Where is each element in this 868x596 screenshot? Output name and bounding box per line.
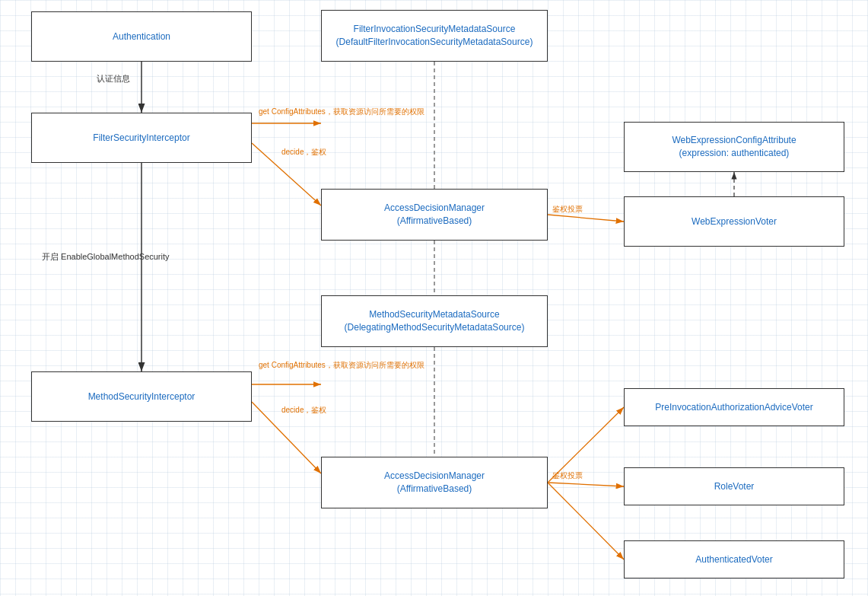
box-authentication-title: Authentication: [113, 30, 170, 43]
box-pre-invocation-voter: PreInvocationAuthorizationAdviceVoter: [624, 388, 844, 426]
box-web-expression-config-attribute: WebExpressionConfigAttribute(expression:…: [624, 122, 844, 172]
box-method-security-interceptor-title: MethodSecurityInterceptor: [88, 390, 196, 403]
box-web-expression-voter: WebExpressionVoter: [624, 196, 844, 247]
box-authenticated-voter-title: AuthenticatedVoter: [695, 553, 772, 566]
box-role-voter-title: RoleVoter: [714, 480, 755, 493]
box-method-security-interceptor: MethodSecurityInterceptor: [31, 371, 252, 422]
label-decide-1: decide，鉴权: [281, 147, 326, 158]
box-filter-security-interceptor-title: FilterSecurityInterceptor: [93, 132, 189, 145]
box-role-voter: RoleVoter: [624, 467, 844, 505]
box-web-expression-voter-title: WebExpressionVoter: [692, 215, 777, 228]
box-access-decision-manager-1: AccessDecisionManager(AffirmativeBased): [321, 189, 548, 241]
box-authentication: Authentication: [31, 11, 252, 62]
box-filter-invocation-source: FilterInvocationSecurityMetadataSource(D…: [321, 10, 548, 62]
svg-line-15: [548, 483, 624, 559]
box-filter-security-interceptor: FilterSecurityInterceptor: [31, 113, 252, 163]
label-vote-1: 鉴权投票: [552, 204, 583, 215]
box-pre-invocation-voter-title: PreInvocationAuthorizationAdviceVoter: [655, 401, 812, 414]
box-method-security-metadata-source-title: MethodSecurityMetadataSource(DelegatingM…: [345, 308, 525, 334]
svg-line-14: [548, 483, 624, 486]
label-auth-info: 认证信息: [97, 73, 130, 84]
label-vote-2: 鉴权投票: [552, 470, 583, 481]
label-decide-2: decide，鉴权: [281, 405, 326, 416]
box-filter-invocation-source-title: FilterInvocationSecurityMetadataSource(D…: [336, 23, 533, 49]
label-get-config-1: get ConfigAttributes，获取资源访问所需要的权限: [259, 107, 424, 117]
box-access-decision-manager-1-title: AccessDecisionManager(AffirmativeBased): [384, 202, 485, 228]
box-access-decision-manager-2-title: AccessDecisionManager(AffirmativeBased): [384, 470, 485, 496]
diagram-canvas: Authentication FilterInvocationSecurityM…: [0, 0, 868, 596]
box-authenticated-voter: AuthenticatedVoter: [624, 540, 844, 578]
box-web-expression-config-attribute-title: WebExpressionConfigAttribute(expression:…: [672, 134, 796, 160]
svg-line-7: [548, 215, 624, 222]
label-get-config-2: get ConfigAttributes，获取资源访问所需要的权限: [259, 360, 424, 371]
box-method-security-metadata-source: MethodSecurityMetadataSource(DelegatingM…: [321, 295, 548, 347]
box-access-decision-manager-2: AccessDecisionManager(AffirmativeBased): [321, 457, 548, 508]
label-enable-global: 开启 EnableGlobalMethodSecurity: [42, 251, 170, 263]
